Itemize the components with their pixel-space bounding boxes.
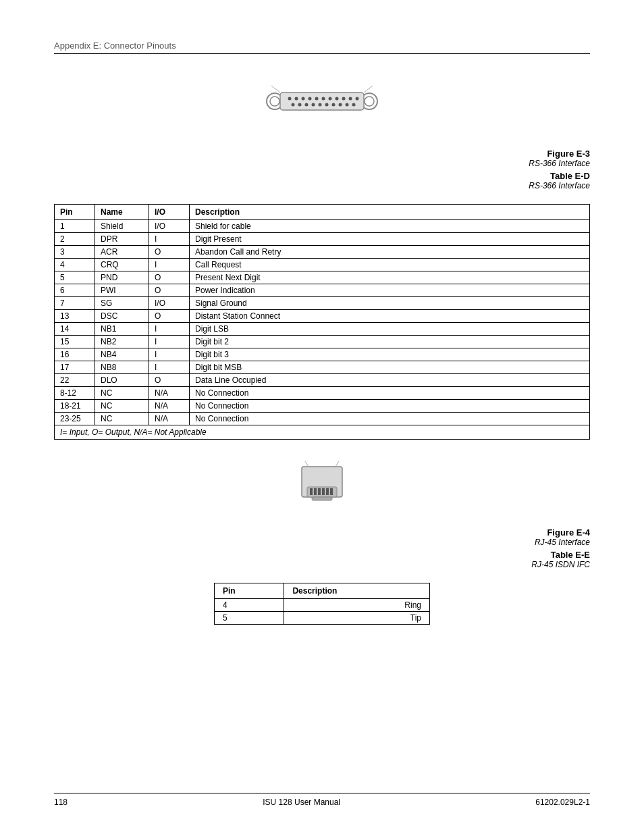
tableE-cell-pin: 5 — [215, 612, 284, 625]
tableE-cell-desc: Tip — [284, 612, 430, 625]
tableE-col-pin: Pin — [215, 583, 284, 599]
tableD-subtitle: RS-366 Interface — [54, 181, 590, 190]
table-row: 23-25NCN/ANo Connection — [55, 413, 590, 425]
tableD-cell-io: O — [149, 310, 190, 323]
tableD-cell-desc: Digit bit 3 — [190, 348, 590, 361]
tableD-cell-name: DPR — [95, 233, 149, 246]
header-divider — [54, 53, 590, 54]
tableD-footer-row: I= Input, O= Output, N/A= Not Applicable — [55, 425, 590, 440]
tableE-title: Table E-E — [54, 550, 590, 560]
svg-rect-33 — [322, 488, 325, 495]
table-row: 5PNDOPresent Next Digit — [55, 271, 590, 284]
tableE-subtitle: RJ-45 ISDN IFC — [54, 560, 590, 569]
tableD-cell-name: SG — [95, 297, 149, 310]
tableE-caption: Table E-E RJ-45 ISDN IFC — [54, 550, 590, 569]
figure4-caption: Figure E-4 RJ-45 Interface — [54, 527, 590, 547]
tableD-cell-desc: Data Line Occupied — [190, 374, 590, 387]
footer-center: ISU 128 User Manual — [263, 798, 340, 807]
tableD-cell-desc: Digit bit MSB — [190, 361, 590, 374]
svg-point-9 — [315, 97, 319, 101]
tableE-cell-pin: 4 — [215, 599, 284, 612]
table-row: 4Ring — [215, 599, 430, 612]
table-row: 5Tip — [215, 612, 430, 625]
svg-line-26 — [271, 86, 280, 93]
svg-point-5 — [288, 97, 292, 101]
tableD-cell-io: I/O — [149, 220, 190, 233]
svg-point-20 — [319, 103, 322, 107]
footer-page-number: 118 — [54, 798, 68, 807]
tableD-cell-pin: 7 — [55, 297, 95, 310]
figure4-title: Figure E-4 — [54, 527, 590, 538]
tableD-cell-name: DLO — [95, 374, 149, 387]
tableD-cell-desc: Distant Station Connect — [190, 310, 590, 323]
tableD-cell-pin: 4 — [55, 259, 95, 271]
table-row: 6PWIOPower Indication — [55, 284, 590, 297]
tableD-cell-pin: 5 — [55, 271, 95, 284]
table-row: 18-21NCN/ANo Connection — [55, 400, 590, 413]
tableD-col-name: Name — [95, 205, 149, 220]
tableD-cell-name: PND — [95, 271, 149, 284]
tableD-cell-pin: 2 — [55, 233, 95, 246]
tableD-cell-io: O — [149, 246, 190, 259]
svg-rect-30 — [310, 488, 313, 495]
tableD-cell-desc: Signal Ground — [190, 297, 590, 310]
tableD-cell-name: NB2 — [95, 336, 149, 348]
tableD-cell-pin: 15 — [55, 336, 95, 348]
svg-point-19 — [312, 103, 315, 107]
header-section: Appendix E: Connector Pinouts — [54, 41, 590, 54]
table-row: 1ShieldI/OShield for cable — [55, 220, 590, 233]
svg-point-15 — [356, 97, 359, 101]
tableE: Pin Description 4Ring5Tip — [214, 583, 430, 625]
svg-point-6 — [295, 97, 298, 101]
tableD-cell-io: N/A — [149, 413, 190, 425]
tableD-cell-desc: No Connection — [190, 413, 590, 425]
table-row: 17NB8IDigit bit MSB — [55, 361, 590, 374]
tableD-cell-pin: 22 — [55, 374, 95, 387]
svg-point-18 — [305, 103, 308, 107]
svg-point-14 — [349, 97, 352, 101]
svg-point-16 — [292, 103, 295, 107]
table-row: 4CRQICall Request — [55, 259, 590, 271]
tableE-col-desc: Description — [284, 583, 430, 599]
tableD-cell-pin: 8-12 — [55, 387, 95, 400]
tableD-cell-io: O — [149, 284, 190, 297]
svg-line-38 — [336, 461, 339, 467]
page-footer: 118 ISU 128 User Manual 61202.029L2-1 — [54, 793, 590, 807]
tableD-col-io: I/O — [149, 205, 190, 220]
tableD-cell-pin: 18-21 — [55, 400, 95, 413]
table-row: 2DPRIDigit Present — [55, 233, 590, 246]
table-row: 3ACROAbandon Call and Retry — [55, 246, 590, 259]
tableD-cell-desc: Power Indication — [190, 284, 590, 297]
tableD-cell-desc: Shield for cable — [190, 220, 590, 233]
tableD-title: Table E-D — [54, 171, 590, 181]
svg-point-12 — [336, 97, 339, 101]
svg-point-8 — [308, 97, 312, 101]
tableD-cell-io: I — [149, 336, 190, 348]
svg-point-10 — [322, 97, 325, 101]
tableD-cell-pin: 16 — [55, 348, 95, 361]
svg-line-27 — [364, 86, 373, 93]
svg-rect-31 — [314, 488, 317, 495]
svg-point-23 — [339, 103, 342, 107]
tableE-header-row: Pin Description — [215, 583, 430, 599]
svg-point-25 — [352, 103, 356, 107]
table-row: 7SGI/OSignal Ground — [55, 297, 590, 310]
svg-rect-36 — [312, 497, 332, 500]
svg-point-7 — [302, 97, 305, 101]
tableD-cell-pin: 6 — [55, 284, 95, 297]
tableD-cell-name: NB8 — [95, 361, 149, 374]
tableD-cell-io: I — [149, 259, 190, 271]
table-row: 15NB2IDigit bit 2 — [55, 336, 590, 348]
footer-right: 61202.029L2-1 — [535, 798, 590, 807]
table-row: 13DSCODistant Station Connect — [55, 310, 590, 323]
tableD-cell-desc: Call Request — [190, 259, 590, 271]
figure3-title: Figure E-3 — [54, 149, 590, 159]
svg-rect-32 — [318, 488, 321, 495]
table-row: 8-12NCN/ANo Connection — [55, 387, 590, 400]
svg-rect-35 — [330, 488, 333, 495]
tableD-cell-pin: 17 — [55, 361, 95, 374]
svg-point-24 — [346, 103, 349, 107]
tableD-cell-desc: Present Next Digit — [190, 271, 590, 284]
svg-point-3 — [365, 97, 374, 106]
table-row: 16NB4IDigit bit 3 — [55, 348, 590, 361]
